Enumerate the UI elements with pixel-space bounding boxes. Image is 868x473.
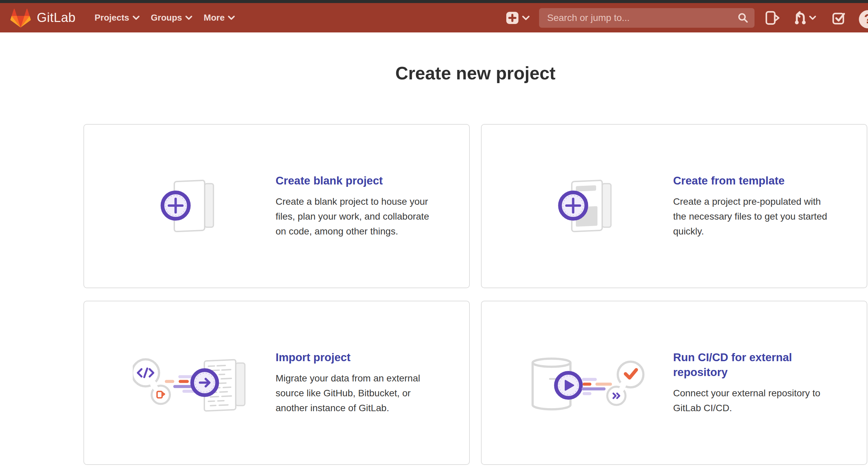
cicd-icon bbox=[530, 353, 648, 413]
import-project-icon bbox=[133, 353, 251, 413]
create-blank-project-link[interactable]: Create blank project bbox=[276, 173, 446, 188]
run-cicd-description: Connect your external repository to GitL… bbox=[673, 386, 835, 416]
chevron-down-icon bbox=[185, 16, 192, 20]
create-blank-project-description: Create a blank project to house your fil… bbox=[276, 194, 437, 239]
page-title: Create new project bbox=[83, 63, 867, 83]
search-icon[interactable] bbox=[738, 13, 748, 23]
todo-check-icon bbox=[832, 11, 846, 25]
chevron-down-icon bbox=[522, 16, 530, 20]
chevron-down-icon bbox=[809, 16, 816, 20]
create-from-template-link[interactable]: Create from template bbox=[673, 173, 844, 188]
gitlab-logo[interactable]: GitLab bbox=[10, 8, 76, 28]
card-import-project: Import project Migrate your data from an… bbox=[83, 301, 470, 465]
new-menu-dropdown[interactable] bbox=[506, 11, 530, 24]
menu-more-label: More bbox=[204, 13, 225, 23]
import-project-link[interactable]: Import project bbox=[276, 350, 446, 365]
menu-more[interactable]: More bbox=[204, 13, 235, 23]
main-content: Create new project Create blank project bbox=[83, 63, 867, 465]
card-run-cicd-external: Run CI/CD for external repository Connec… bbox=[481, 301, 867, 465]
template-text: Create from template Create a project pr… bbox=[673, 173, 844, 239]
template-illustration bbox=[482, 177, 673, 236]
menu-projects[interactable]: Projects bbox=[95, 13, 139, 23]
search-input[interactable] bbox=[547, 13, 738, 23]
help-icon: ? bbox=[858, 6, 868, 30]
search-box[interactable] bbox=[539, 8, 755, 28]
merge-request-icon bbox=[794, 10, 807, 25]
plus-square-icon bbox=[506, 11, 519, 24]
create-from-template-description: Create a project pre-populated with the … bbox=[673, 194, 835, 239]
gitlab-wordmark: GitLab bbox=[37, 10, 76, 25]
cicd-text: Run CI/CD for external repository Connec… bbox=[673, 350, 844, 416]
issues-icon bbox=[765, 10, 780, 26]
main-menu: Projects Groups More bbox=[95, 13, 235, 23]
card-create-blank-project: Create blank project Create a blank proj… bbox=[83, 124, 470, 288]
tanuki-icon bbox=[10, 8, 31, 28]
card-create-from-template: Create from template Create a project pr… bbox=[481, 124, 867, 288]
template-icon bbox=[554, 177, 625, 236]
svg-text:?: ? bbox=[864, 12, 868, 26]
blank-project-illustration bbox=[84, 177, 276, 236]
chevron-down-icon bbox=[133, 16, 139, 20]
navbar: GitLab Projects Groups More bbox=[0, 3, 868, 32]
menu-groups[interactable]: Groups bbox=[151, 13, 192, 23]
todos-button[interactable] bbox=[832, 11, 846, 25]
merge-requests-dropdown[interactable] bbox=[794, 10, 816, 25]
blank-project-icon bbox=[156, 177, 227, 236]
project-options-grid: Create blank project Create a blank proj… bbox=[83, 124, 867, 465]
import-text: Import project Migrate your data from an… bbox=[276, 350, 446, 416]
menu-groups-label: Groups bbox=[151, 13, 182, 23]
chevron-down-icon bbox=[228, 16, 235, 20]
import-project-description: Migrate your data from an external sourc… bbox=[276, 371, 437, 416]
help-button[interactable]: ? bbox=[858, 6, 868, 30]
run-cicd-link[interactable]: Run CI/CD for external repository bbox=[673, 350, 844, 380]
menu-projects-label: Projects bbox=[95, 13, 129, 23]
blank-project-text: Create blank project Create a blank proj… bbox=[276, 173, 446, 239]
top-strip bbox=[0, 0, 868, 3]
import-illustration bbox=[84, 353, 276, 413]
issues-button[interactable] bbox=[765, 10, 780, 26]
cicd-illustration bbox=[482, 353, 673, 413]
navbar-right: ? bbox=[506, 3, 868, 32]
